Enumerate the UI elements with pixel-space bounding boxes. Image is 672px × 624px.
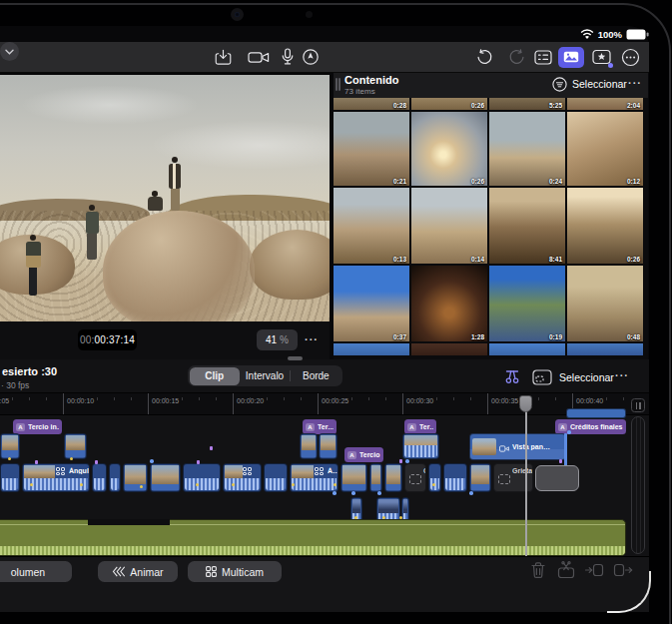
clip-thumbnail [2, 435, 18, 451]
audio-waveform [0, 546, 625, 555]
clip-label: Vista pan… [512, 443, 550, 450]
clip-thumbnail [342, 465, 365, 485]
clip-label: Tercio in… [28, 423, 59, 430]
connected-video-clip[interactable] [319, 433, 337, 459]
clip-audio-strip [371, 484, 380, 490]
title-badge: A [558, 423, 567, 431]
keyframe-dot [30, 483, 33, 486]
clip-waveform [24, 478, 88, 490]
primary-storyline-clip[interactable]: Á… [290, 463, 338, 492]
clip-thumbnail [371, 465, 380, 485]
primary-storyline-clip[interactable] [469, 463, 491, 492]
connected-clip-vista[interactable]: Vista pan… [469, 433, 566, 460]
clip-label: Créditos finales [570, 423, 623, 430]
keyframe-dot [196, 483, 199, 486]
marker [399, 459, 402, 463]
clip-thumbnail [352, 499, 360, 514]
keyframe-dot [232, 483, 235, 486]
placeholder-clip[interactable]: Grieta [493, 463, 533, 492]
connected-clip-bar[interactable] [566, 408, 626, 418]
clip-thumbnail [225, 465, 243, 478]
title-clip[interactable]: ATer… [404, 419, 436, 434]
marker [35, 460, 38, 464]
keyframe-dot [432, 483, 435, 486]
keyframe-dot [70, 457, 73, 460]
clip-thumbnail [24, 465, 55, 478]
playhead-handle[interactable] [519, 395, 532, 412]
clip-thumbnail [302, 435, 316, 451]
keyframe-dot [140, 485, 143, 488]
primary-storyline-clip[interactable] [150, 463, 181, 492]
multicam-icon [243, 467, 252, 475]
playhead-line [525, 395, 527, 556]
connected-video-clip[interactable] [402, 433, 439, 459]
marker [210, 446, 213, 450]
primary-storyline-clip[interactable] [0, 463, 20, 492]
primary-storyline-clip[interactable] [223, 463, 262, 492]
clip-thumbnail [321, 435, 336, 451]
clip-audio-strip [386, 484, 400, 490]
primary-storyline-clip[interactable] [264, 463, 288, 492]
placeholder-icon [409, 474, 421, 484]
clip-thumbnail [292, 465, 314, 478]
connected-video-clip[interactable] [300, 433, 318, 459]
primary-storyline-clip[interactable]: Ángul… [22, 463, 90, 492]
keyframe-dot [399, 516, 402, 519]
clip-waveform [2, 478, 18, 490]
marker [197, 460, 200, 464]
title-clip[interactable]: ATercio… [344, 447, 383, 462]
clip-waveform [225, 478, 260, 490]
title-clip[interactable]: ATercio in… [13, 419, 62, 434]
title-clip[interactable]: ATer… [303, 419, 336, 434]
clip-thumbnail [152, 465, 179, 485]
primary-storyline-clip[interactable] [384, 463, 402, 492]
connected-video-clip[interactable] [64, 433, 87, 459]
primary-storyline-clip[interactable] [92, 463, 107, 492]
clip-waveform [292, 478, 336, 490]
clip-audio-strip [302, 450, 316, 457]
video-camera-icon [499, 438, 509, 456]
clip-thumbnail [66, 435, 85, 451]
primary-storyline-clip[interactable] [443, 463, 467, 492]
primary-storyline-clip[interactable] [123, 463, 148, 492]
clip-thumbnail [472, 438, 496, 455]
audio-clip[interactable] [0, 519, 626, 556]
title-clip[interactable]: ACréditos finales [555, 419, 626, 434]
clip-label: Tercio… [359, 451, 380, 458]
clip-audio-strip [152, 484, 179, 490]
placeholder-icon [498, 474, 510, 484]
volume-duck-notch [88, 519, 170, 525]
timeline-vertical-scrollbar[interactable] [631, 416, 645, 554]
primary-storyline-clip[interactable] [369, 463, 382, 492]
connection-dot [567, 430, 571, 434]
connected-video-clip[interactable] [0, 433, 20, 459]
placeholder-clip[interactable]: G [404, 463, 426, 492]
primary-storyline-clip[interactable] [183, 463, 221, 492]
connection-dot [333, 491, 336, 495]
primary-storyline-clip[interactable] [109, 463, 121, 492]
track-height-control[interactable] [631, 398, 645, 412]
clip-audio-strip [342, 484, 365, 490]
clip-thumbnail [403, 499, 407, 514]
keyframe-dot [354, 516, 357, 519]
clip-waveform [185, 478, 219, 490]
clip-waveform [266, 478, 286, 490]
multicam-icon [315, 467, 324, 475]
title-badge: A [347, 451, 356, 459]
primary-storyline-clip[interactable] [340, 463, 367, 492]
clip-audio-strip [471, 484, 489, 490]
timeline-clips-layer: ATercio in…ATer…ATer…ACréditos finalesAT… [0, 0, 649, 611]
clip-label: Ter… [318, 423, 334, 430]
title-badge: A [306, 423, 315, 431]
keyframe-dot [80, 483, 83, 486]
clip-waveform [94, 478, 105, 490]
clip-thumbnail [471, 465, 489, 485]
selected-clip[interactable] [535, 465, 579, 491]
connection-dot [405, 459, 409, 463]
clip-audio-strip [321, 450, 336, 457]
ipad-device: 100% [0, 0, 672, 624]
primary-storyline-clip[interactable] [428, 463, 441, 492]
keyframe-dot [292, 483, 295, 486]
connection-dot [351, 491, 355, 495]
clip-waveform [445, 478, 465, 490]
